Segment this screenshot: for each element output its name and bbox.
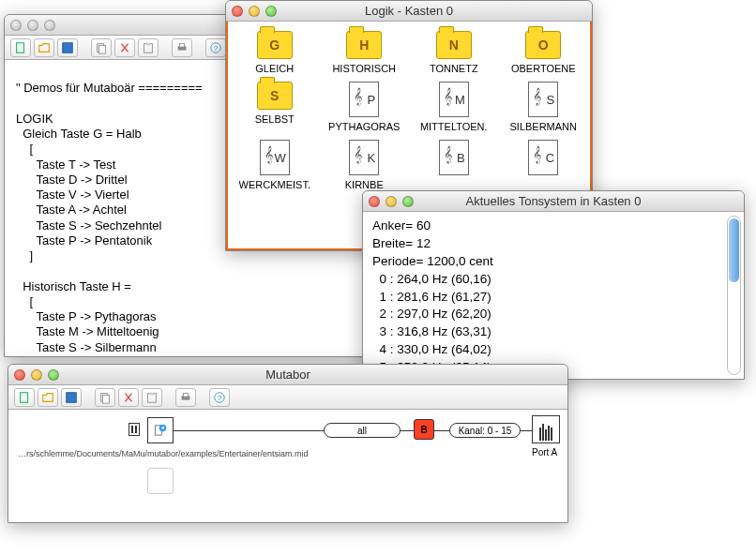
open-button[interactable]	[38, 388, 58, 407]
frequency-row: 0 : 264,0 Hz (60,16)	[372, 271, 734, 289]
logik-item[interactable]: B	[409, 136, 499, 194]
logik-title: Logik - Kasten 0	[226, 4, 592, 18]
routing-canvas[interactable]: all B Kanal: 0 - 15 Port A …rs/schlemme/…	[8, 410, 567, 522]
open-button[interactable]	[34, 38, 54, 57]
close-icon[interactable]	[369, 196, 380, 207]
code-line: Taste A -> Achtel	[16, 202, 127, 217]
frequency-row: 2 : 297,0 Hz (62,20)	[372, 306, 734, 323]
zoom-icon[interactable]	[402, 196, 414, 207]
tonsystem-body: Anker= 60 Breite= 12 Periode= 1200,0 cen…	[363, 212, 744, 379]
scrollbar[interactable]	[727, 216, 741, 375]
svg-text:?: ?	[218, 393, 222, 401]
logik-item[interactable]: NTONNETZ	[409, 27, 499, 78]
close-icon[interactable]	[10, 20, 22, 31]
anker-line: Anker= 60	[372, 218, 734, 235]
cut-button[interactable]	[114, 38, 135, 57]
logik-item[interactable]: MMITTELTOEN.	[409, 78, 499, 136]
logik-item[interactable]: GGLEICH	[230, 27, 320, 78]
code-line: Taste P -> Pythagoras	[16, 309, 156, 323]
print-button[interactable]	[172, 38, 192, 57]
code-line: Taste W -> Werckmeister	[16, 355, 173, 356]
wire	[434, 430, 449, 431]
code-line: ]	[16, 248, 33, 262]
tonsystem-titlebar[interactable]: Aktuelles Tonsystem in Kasten 0	[363, 191, 744, 212]
paste-button[interactable]	[142, 388, 162, 407]
code-line: Taste S -> Sechzehntel	[16, 218, 162, 232]
minimize-icon[interactable]	[249, 6, 260, 17]
svg-rect-10	[21, 392, 28, 402]
item-label: MITTELTOEN.	[420, 121, 488, 132]
frequency-row: 3 : 316,8 Hz (63,31)	[372, 323, 734, 341]
svg-rect-13	[102, 395, 109, 403]
folder-icon: S	[257, 82, 293, 110]
code-line: Historisch Taste H =	[16, 279, 131, 293]
zoom-icon[interactable]	[44, 20, 55, 31]
file-path: …rs/schlemme/Documents/MaMu/mutabor/exam…	[18, 449, 309, 458]
logik-titlebar[interactable]: Logik - Kasten 0	[226, 1, 592, 22]
empty-node[interactable]	[147, 468, 174, 494]
item-label: KIRNBE	[345, 179, 384, 190]
new-button[interactable]	[14, 388, 35, 407]
save-button[interactable]	[57, 38, 78, 57]
code-line: Taste P -> Pentatonik	[16, 233, 152, 248]
code-line: Gleich Taste G = Halb	[16, 127, 142, 141]
code-line: Taste V -> Viertel	[16, 188, 129, 202]
logik-item[interactable]: C	[499, 136, 589, 194]
minimize-icon[interactable]	[386, 196, 397, 207]
help-button[interactable]: ?	[205, 38, 226, 57]
paste-button[interactable]	[138, 38, 159, 57]
copy-button[interactable]	[95, 388, 115, 407]
new-button[interactable]	[10, 38, 31, 57]
minimize-icon[interactable]	[31, 369, 42, 381]
item-label: SELBST	[255, 113, 295, 125]
router-window: Mutabor ? all B Kanal: 0 - 15 Port A …	[8, 364, 568, 523]
code-line: Taste S -> Silbermann	[16, 340, 157, 354]
midi-out-node[interactable]	[532, 415, 560, 443]
close-icon[interactable]	[232, 6, 243, 17]
svg-rect-0	[17, 42, 24, 52]
item-label: TONNETZ	[430, 63, 478, 74]
logik-item[interactable]: OOBERTOENE	[499, 27, 589, 78]
logik-item[interactable]: SSELBST	[230, 78, 320, 136]
logik-item[interactable]: WWERCKMEIST.	[230, 136, 320, 194]
pause-button[interactable]	[129, 423, 140, 436]
logik-item[interactable]: SSILBERMANN	[499, 78, 589, 136]
router-titlebar[interactable]: Mutabor	[8, 365, 567, 385]
zoom-icon[interactable]	[48, 369, 59, 381]
router-toolbar: ?	[8, 385, 567, 410]
save-button[interactable]	[61, 388, 82, 407]
midi-file-node[interactable]	[147, 417, 174, 443]
tonsystem-window: Aktuelles Tonsystem in Kasten 0 Anker= 6…	[362, 190, 745, 380]
close-icon[interactable]	[14, 369, 25, 381]
box-b[interactable]: B	[414, 419, 434, 440]
copy-button[interactable]	[91, 38, 112, 57]
breite-line: Breite= 12	[372, 235, 734, 253]
svg-text:?: ?	[214, 43, 219, 52]
cut-button[interactable]	[118, 388, 139, 407]
logik-item[interactable]: KKIRNBE	[320, 136, 410, 194]
print-button[interactable]	[175, 388, 196, 407]
logik-item[interactable]: PPYTHAGORAS	[320, 78, 410, 136]
help-button[interactable]: ?	[209, 388, 230, 407]
document-icon: K	[349, 140, 379, 175]
item-label: PYTHAGORAS	[328, 121, 400, 132]
svg-rect-1	[63, 42, 73, 52]
filter-all[interactable]: all	[324, 423, 401, 438]
code-line: Taste D -> Drittel	[16, 172, 128, 187]
item-label: GLEICH	[255, 63, 294, 74]
code-line: [	[16, 294, 33, 308]
wire	[401, 430, 414, 431]
folder-icon: G	[257, 31, 293, 59]
svg-rect-17	[183, 393, 188, 397]
document-icon: B	[439, 140, 469, 175]
tonsystem-title: Aktuelles Tonsystem in Kasten 0	[363, 194, 744, 208]
zoom-icon[interactable]	[265, 6, 277, 17]
svg-rect-11	[67, 392, 77, 402]
channel-range[interactable]: Kanal: 0 - 15	[449, 423, 521, 438]
minimize-icon[interactable]	[27, 20, 38, 31]
scroll-thumb[interactable]	[729, 218, 739, 282]
item-label: HISTORISCH	[332, 63, 396, 74]
document-icon: P	[349, 82, 379, 117]
logik-item[interactable]: HHISTORISCH	[320, 27, 410, 78]
folder-icon: N	[436, 31, 472, 59]
